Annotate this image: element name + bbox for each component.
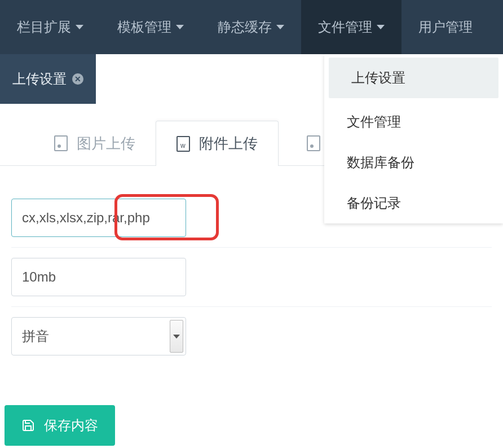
nav-item-column-ext[interactable]: 栏目扩展 xyxy=(0,0,100,54)
select-value: 拼音 xyxy=(22,327,49,345)
nav-label: 栏目扩展 xyxy=(17,18,71,36)
dropdown-item-backup-log[interactable]: 备份记录 xyxy=(324,183,503,223)
size-input[interactable] xyxy=(11,258,186,296)
select-handle-icon[interactable] xyxy=(170,320,183,353)
nav-label: 模板管理 xyxy=(117,18,171,36)
nav-item-user-mgmt[interactable]: 用户管理 xyxy=(401,0,489,54)
dropdown-item-upload-settings[interactable]: 上传设置 xyxy=(329,58,498,98)
tab-label: 附件上传 xyxy=(199,134,258,153)
subnav-label: 上传设置 xyxy=(12,70,67,88)
nav-item-template[interactable]: 模板管理 xyxy=(100,0,201,54)
nav-label: 文件管理 xyxy=(318,18,372,36)
naming-select[interactable]: 拼音 xyxy=(11,317,186,355)
dropdown-item-db-backup[interactable]: 数据库备份 xyxy=(324,142,503,183)
nav-label: 静态缓存 xyxy=(218,18,272,36)
row-naming: 拼音 xyxy=(11,307,492,366)
dropdown-label: 上传设置 xyxy=(351,70,405,85)
subnav-tab-upload-settings[interactable]: 上传设置 ✕ xyxy=(0,70,96,88)
caret-down-icon xyxy=(76,25,83,29)
top-nav: 栏目扩展 模板管理 静态缓存 文件管理 用户管理 上传设置 文件管理 数据库备份… xyxy=(0,0,503,54)
word-file-icon xyxy=(177,136,190,152)
tab-label: 图片上传 xyxy=(77,134,135,153)
tab-image-upload[interactable]: 图片上传 xyxy=(34,121,156,166)
caret-down-icon xyxy=(176,25,184,29)
nav-item-file-mgmt[interactable]: 文件管理 xyxy=(301,0,401,54)
save-button[interactable]: 保存内容 xyxy=(5,405,115,446)
file-icon xyxy=(307,135,320,151)
dropdown-label: 文件管理 xyxy=(347,114,401,129)
caret-down-icon xyxy=(377,25,385,29)
dropdown-item-file-mgmt[interactable]: 文件管理 xyxy=(324,102,503,142)
save-label: 保存内容 xyxy=(44,416,98,434)
tab-attachment-upload[interactable]: 附件上传 xyxy=(156,121,279,166)
caret-down-icon xyxy=(276,25,284,29)
row-size xyxy=(11,248,492,307)
extensions-input[interactable] xyxy=(11,199,186,237)
file-mgmt-dropdown: 上传设置 文件管理 数据库备份 备份记录 xyxy=(324,54,503,223)
image-file-icon xyxy=(54,135,68,151)
nav-label: 用户管理 xyxy=(418,18,473,36)
dropdown-label: 备份记录 xyxy=(347,195,401,210)
dropdown-label: 数据库备份 xyxy=(347,155,414,170)
nav-item-cache[interactable]: 静态缓存 xyxy=(201,0,301,54)
save-icon xyxy=(21,419,35,432)
close-icon[interactable]: ✕ xyxy=(72,73,83,85)
